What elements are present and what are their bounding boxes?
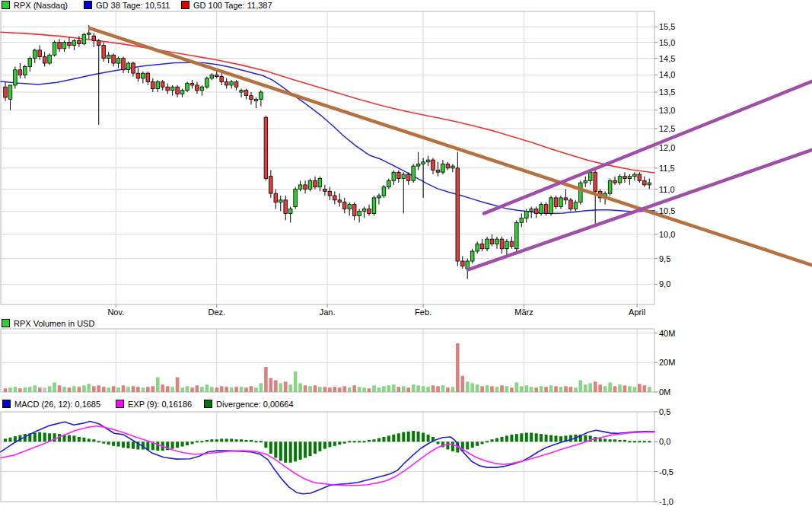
candle-body — [318, 179, 322, 187]
divergence-bar — [437, 441, 440, 444]
volume-bar — [308, 386, 312, 392]
divergence-bar — [530, 433, 533, 442]
volume-bar — [416, 385, 420, 392]
candle-body — [623, 177, 627, 179]
legend-item-gd100: GD 100 Tage: 11,387 — [181, 1, 272, 11]
candle-body — [8, 85, 12, 99]
candle-body — [377, 196, 381, 198]
candle-body — [574, 202, 578, 209]
legend-item-macd: MACD (26, 12): 0,1685 — [2, 400, 100, 410]
volume-bar — [500, 385, 504, 392]
divergence-bar — [314, 441, 317, 454]
candle-body — [48, 55, 52, 63]
divergence-bar — [382, 437, 385, 441]
divergence-bar — [353, 441, 356, 442]
candle-body — [62, 43, 66, 49]
volume-bar — [53, 382, 56, 392]
volume-bar — [48, 386, 52, 392]
volume-bar — [402, 386, 406, 392]
price-axis-label: 15,5 — [659, 22, 675, 31]
volume-bar — [515, 382, 519, 392]
divergence-bar — [240, 439, 243, 441]
divergence-bar — [358, 441, 361, 442]
divergence-bar — [501, 437, 504, 441]
candle-body — [240, 91, 244, 92]
candle-body — [107, 55, 110, 58]
divergence-bar — [476, 441, 479, 446]
candle-body — [33, 50, 37, 59]
volume-bar — [102, 387, 106, 392]
divergence-bar — [38, 432, 41, 442]
volume-bar — [412, 384, 416, 392]
divergence-bar — [250, 440, 253, 441]
divergence-bar — [648, 441, 651, 442]
gd38-series-label: GD 38 Tage: 10,511 — [96, 1, 170, 10]
candle-body — [210, 75, 214, 78]
candle-body — [648, 183, 651, 185]
volume-bar — [244, 387, 248, 392]
volume-bar — [377, 387, 381, 392]
divergence-bar — [505, 435, 508, 441]
volume-bar — [648, 387, 651, 392]
candle-body — [486, 239, 489, 249]
volume-bar — [549, 385, 553, 392]
candle-body — [584, 180, 588, 183]
candle-body — [161, 81, 164, 87]
divergence-bar — [102, 441, 105, 443]
candle-body — [387, 180, 391, 186]
volume-bar — [495, 387, 499, 392]
candle-body — [594, 172, 597, 191]
candle-body — [156, 81, 160, 88]
volume-axis-label: 0M — [659, 387, 670, 397]
divergence-bar — [495, 438, 498, 442]
volume-bar — [397, 387, 401, 392]
candle-body — [638, 174, 642, 180]
price-axis-label: 12,0 — [659, 143, 675, 152]
candle-body — [28, 59, 32, 67]
price-axis-label: 10,0 — [659, 230, 675, 239]
divergence-bar — [491, 439, 494, 441]
divergence-bar — [545, 435, 548, 441]
candle-body — [392, 172, 396, 180]
price-axis-label: 10,5 — [659, 206, 675, 215]
candle-body — [151, 81, 155, 88]
volume-bar — [190, 387, 194, 392]
divergence-bar — [269, 441, 272, 454]
volume-bar — [304, 385, 307, 392]
divergence-bar — [412, 431, 415, 441]
candle-body — [422, 162, 425, 164]
divergence-bar — [294, 441, 297, 461]
divergence-bar — [299, 441, 302, 460]
candle-body — [525, 211, 529, 218]
volume-bar — [250, 386, 253, 392]
divergence-bar — [422, 433, 425, 442]
divergence-bar — [309, 441, 312, 456]
candle-body — [362, 209, 366, 212]
divergence-bar — [333, 441, 336, 446]
macd-axis-label: -0,5 — [659, 467, 673, 477]
divergence-bar — [279, 441, 282, 461]
divergence-series-swatch-icon — [204, 400, 212, 408]
divergence-bar — [235, 439, 238, 441]
candle-body — [534, 209, 538, 214]
volume-bar — [78, 387, 81, 392]
divergence-bar — [392, 435, 395, 441]
divergence-bar — [191, 441, 194, 444]
volume-bar — [333, 387, 337, 392]
divergence-bar — [245, 440, 248, 441]
macd-axis-label: -1,0 — [659, 497, 673, 506]
volume-bar — [382, 386, 386, 392]
candle-body — [352, 205, 356, 216]
divergence-bar — [387, 435, 390, 441]
divergence-bar — [132, 441, 135, 448]
candle-body — [368, 209, 371, 214]
candle-body — [490, 239, 494, 244]
divergence-bar — [402, 432, 405, 442]
candle-body — [284, 200, 288, 214]
candle-body — [264, 117, 268, 178]
candle-body — [132, 63, 135, 73]
candle-body — [406, 174, 410, 180]
volume-bar — [559, 387, 563, 392]
divergence-bar — [127, 441, 130, 448]
macd-series-swatch-icon — [2, 400, 11, 408]
